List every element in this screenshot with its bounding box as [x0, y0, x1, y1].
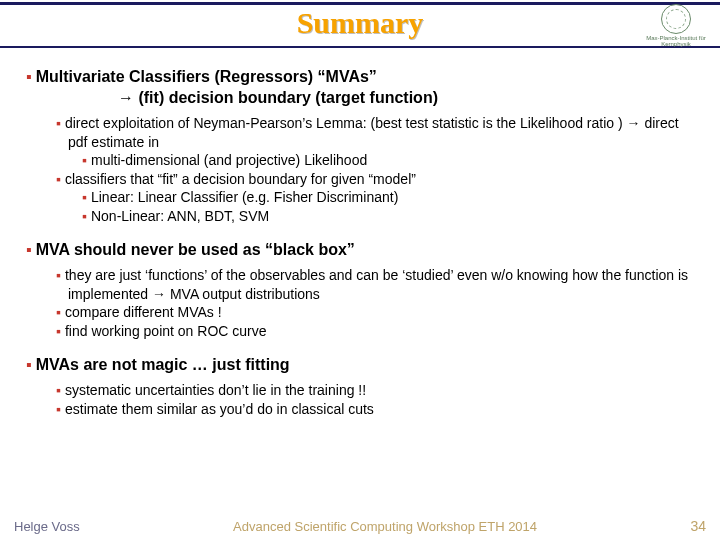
- footer-author: Helge Voss: [14, 519, 80, 534]
- list-item: ▪systematic uncertainties don’t lie in t…: [68, 381, 694, 399]
- section-subitems: ▪direct exploitation of Neyman-Pearson’s…: [26, 108, 694, 225]
- section-subitems: ▪systematic uncertainties don’t lie in t…: [26, 375, 694, 418]
- heading-text: MVAs are not magic … just fitting: [36, 356, 290, 373]
- list-item: ▪multi-dimensional (and projective) Like…: [68, 151, 694, 169]
- list-item: ▪estimate them similar as you’d do in cl…: [68, 400, 694, 418]
- section-subitems: ▪they are just ‘functions’ of the observ…: [26, 260, 694, 340]
- heading-text: MVA should never be used as “black box”: [36, 241, 355, 258]
- list-item: ▪Linear: Linear Classifier (e.g. Fisher …: [68, 188, 694, 206]
- slide-title: Summary: [297, 6, 424, 40]
- section-heading: ▪MVAs are not magic … just fitting: [26, 354, 694, 375]
- section-heading: ▪MVA should never be used as “black box”: [26, 239, 694, 260]
- section-heading: ▪Multivariate Classifiers (Regressors) “…: [26, 66, 694, 87]
- slide-footer: Helge Voss Advanced Scientific Computing…: [0, 518, 720, 534]
- slide-body: ▪Multivariate Classifiers (Regressors) “…: [0, 48, 720, 418]
- slide-header: Summary Max-Planck-Institut für Kernphys…: [0, 0, 720, 48]
- list-item: ▪Non-Linear: ANN, BDT, SVM: [68, 207, 694, 225]
- institute-logo: Max-Planck-Institut für Kernphysik: [640, 4, 712, 42]
- footer-venue: Advanced Scientific Computing Workshop E…: [80, 519, 691, 534]
- list-item: ▪find working point on ROC curve: [68, 322, 694, 340]
- logo-ring-icon: [661, 4, 691, 34]
- section-3: ▪MVAs are not magic … just fitting ▪syst…: [26, 354, 694, 418]
- header-accent-bar: [0, 2, 720, 5]
- list-item: ▪direct exploitation of Neyman-Pearson’s…: [68, 114, 694, 151]
- section-1: ▪Multivariate Classifiers (Regressors) “…: [26, 66, 694, 225]
- section-heading-cont: → (fit) decision boundary (target functi…: [26, 87, 694, 108]
- list-item: ▪compare different MVAs !: [68, 303, 694, 321]
- heading-text: Multivariate Classifiers (Regressors) “M…: [36, 68, 377, 85]
- list-item: ▪they are just ‘functions’ of the observ…: [68, 266, 694, 303]
- footer-page-number: 34: [690, 518, 706, 534]
- logo-text: Max-Planck-Institut für Kernphysik: [640, 35, 712, 47]
- list-item: ▪classifiers that “fit” a decision bound…: [68, 170, 694, 188]
- section-2: ▪MVA should never be used as “black box”…: [26, 239, 694, 340]
